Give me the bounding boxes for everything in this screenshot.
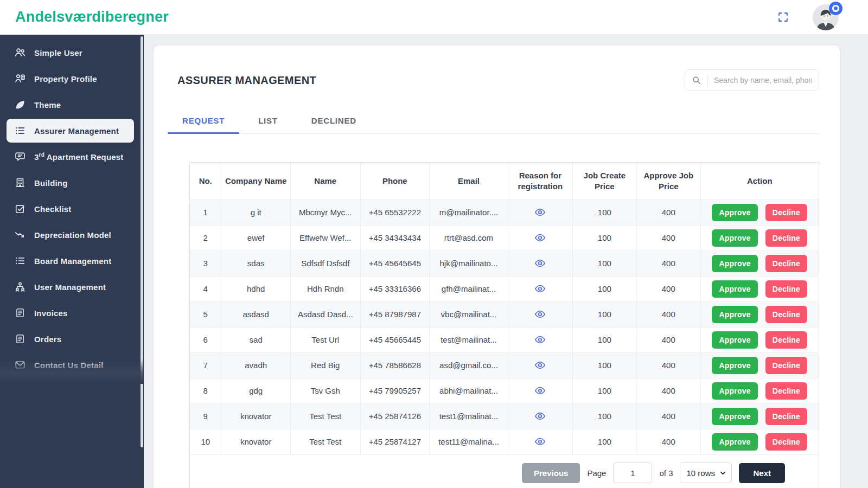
page-title: ASSURER MANAGEMENT bbox=[177, 74, 316, 87]
cell-no: 1 bbox=[190, 200, 221, 225]
users-icon bbox=[14, 47, 26, 59]
topbar: Andelsværdiberegner bbox=[0, 0, 868, 35]
tab-request[interactable]: REQUEST bbox=[168, 113, 239, 133]
approve-button[interactable]: Approve bbox=[712, 306, 757, 323]
view-reason-button[interactable] bbox=[534, 385, 546, 396]
cell-phone: +45 45665445 bbox=[360, 327, 429, 352]
decline-button[interactable]: Decline bbox=[765, 357, 807, 374]
column-header-name: Name bbox=[290, 163, 360, 200]
list-icon bbox=[14, 255, 26, 267]
sidebar-item-board-management[interactable]: Board Management bbox=[7, 249, 134, 273]
decline-button[interactable]: Decline bbox=[765, 229, 807, 247]
cell-name: Red Big bbox=[290, 352, 360, 378]
decline-button[interactable]: Decline bbox=[765, 382, 807, 400]
eye-icon bbox=[534, 436, 546, 447]
cell-job-create-price: 100 bbox=[572, 251, 636, 276]
view-reason-button[interactable] bbox=[534, 258, 546, 269]
page-total-label: of 3 bbox=[659, 468, 673, 478]
cell-phone: +45 65532222 bbox=[360, 200, 429, 225]
cell-email: test11@malina... bbox=[430, 429, 508, 454]
sidebar-item-user-management[interactable]: User Management bbox=[7, 275, 134, 299]
sidebar-item-building[interactable]: Building bbox=[7, 171, 134, 195]
column-header-action: Action bbox=[700, 163, 819, 200]
assurer-table-container: No.Company NameNamePhoneEmailReason for … bbox=[189, 162, 819, 488]
approve-button[interactable]: Approve bbox=[712, 408, 757, 425]
avatar[interactable] bbox=[813, 4, 839, 30]
cell-name: Asdasd Dasd... bbox=[290, 301, 360, 327]
view-reason-button[interactable] bbox=[534, 283, 546, 294]
approve-button[interactable]: Approve bbox=[712, 280, 757, 298]
cell-reason bbox=[508, 225, 572, 251]
view-reason-button[interactable] bbox=[534, 334, 546, 345]
cell-email: hjk@mailinato... bbox=[430, 251, 508, 276]
eye-icon bbox=[534, 410, 546, 422]
search-divider bbox=[707, 75, 708, 86]
building-icon bbox=[14, 177, 26, 189]
tab-declined[interactable]: DECLINED bbox=[297, 113, 371, 133]
sidebar-item-assurer-management[interactable]: Assurer Management bbox=[7, 119, 134, 143]
cell-no: 3 bbox=[190, 251, 221, 276]
approve-button[interactable]: Approve bbox=[712, 433, 757, 451]
cell-name: Test Test bbox=[290, 429, 360, 454]
approve-button[interactable]: Approve bbox=[712, 255, 757, 272]
approve-button[interactable]: Approve bbox=[712, 204, 757, 221]
view-reason-button[interactable] bbox=[534, 309, 546, 320]
view-reason-button[interactable] bbox=[534, 207, 546, 218]
decline-button[interactable]: Decline bbox=[765, 433, 807, 451]
view-reason-button[interactable] bbox=[534, 359, 546, 371]
chevron-down-icon bbox=[719, 470, 726, 477]
approve-button[interactable]: Approve bbox=[712, 331, 757, 349]
sidebar-item-theme[interactable]: Theme bbox=[7, 93, 134, 117]
decline-button[interactable]: Decline bbox=[765, 280, 807, 298]
cell-email: test@mailinat... bbox=[430, 327, 508, 352]
decline-button[interactable]: Decline bbox=[765, 204, 807, 221]
next-page-button[interactable]: Next bbox=[739, 463, 785, 483]
previous-page-button[interactable]: Previous bbox=[522, 463, 580, 483]
cell-reason bbox=[508, 403, 572, 429]
table-row: 3 sdas Sdfsdf Dsfsdf +45 45645645 hjk@ma… bbox=[190, 251, 819, 276]
view-reason-button[interactable] bbox=[534, 410, 546, 422]
column-header-email: Email bbox=[430, 163, 508, 200]
decline-button[interactable]: Decline bbox=[765, 408, 807, 425]
fullscreen-icon[interactable] bbox=[777, 11, 789, 23]
cell-no: 4 bbox=[190, 276, 221, 301]
cell-reason bbox=[508, 276, 572, 301]
sidebar-item-3rd-apartment-request[interactable]: 3rd Apartment Request bbox=[7, 145, 134, 169]
sidebar-item-checklist[interactable]: Checklist bbox=[7, 197, 134, 221]
decline-button[interactable]: Decline bbox=[765, 331, 807, 349]
sidebar-item-invoices[interactable]: Invoices bbox=[7, 301, 134, 325]
cell-action: Approve Decline bbox=[700, 378, 819, 403]
view-reason-button[interactable] bbox=[534, 232, 546, 243]
cell-phone: +45 25874126 bbox=[360, 403, 429, 429]
view-reason-button[interactable] bbox=[534, 436, 546, 447]
cell-email: vbc@mailinat... bbox=[430, 301, 508, 327]
approve-button[interactable]: Approve bbox=[712, 229, 757, 247]
sidebar-item-contact-us-detail[interactable]: Contact Us Detail bbox=[7, 353, 134, 377]
cell-job-create-price: 100 bbox=[572, 327, 636, 352]
approve-button[interactable]: Approve bbox=[712, 382, 757, 400]
table-header-row: No.Company NameNamePhoneEmailReason for … bbox=[190, 163, 819, 200]
eye-icon bbox=[534, 207, 546, 218]
decline-button[interactable]: Decline bbox=[765, 306, 807, 323]
leaf-icon bbox=[14, 99, 26, 111]
sidebar-item-label: Checklist bbox=[34, 204, 72, 214]
table-row: 5 asdasd Asdasd Dasd... +45 87987987 vbc… bbox=[190, 301, 819, 327]
sidebar-item-depreciation-model[interactable]: Depreciation Model bbox=[7, 223, 134, 247]
rows-per-page-select[interactable]: 10 rows bbox=[680, 463, 732, 483]
eye-icon bbox=[534, 359, 546, 371]
decline-button[interactable]: Decline bbox=[765, 255, 807, 272]
cell-job-create-price: 100 bbox=[572, 403, 636, 429]
sidebar-item-property-profile[interactable]: Property Profile bbox=[7, 67, 134, 91]
column-header-phone: Phone bbox=[360, 163, 429, 200]
sidebar-item-orders[interactable]: Orders bbox=[7, 327, 134, 351]
page-number-input[interactable] bbox=[613, 463, 652, 483]
sidebar-scrollbar[interactable] bbox=[141, 36, 143, 447]
cell-reason bbox=[508, 378, 572, 403]
column-header-reason-for-registration: Reason for registration bbox=[508, 163, 572, 200]
tab-list[interactable]: LIST bbox=[244, 113, 292, 133]
table-row: 6 sad Test Url +45 45665445 test@mailina… bbox=[190, 327, 819, 352]
search-input[interactable] bbox=[714, 76, 812, 85]
sidebar-item-simple-user[interactable]: Simple User bbox=[7, 41, 134, 65]
approve-button[interactable]: Approve bbox=[712, 357, 757, 374]
app-window: Andelsværdiberegner bbox=[0, 0, 868, 488]
